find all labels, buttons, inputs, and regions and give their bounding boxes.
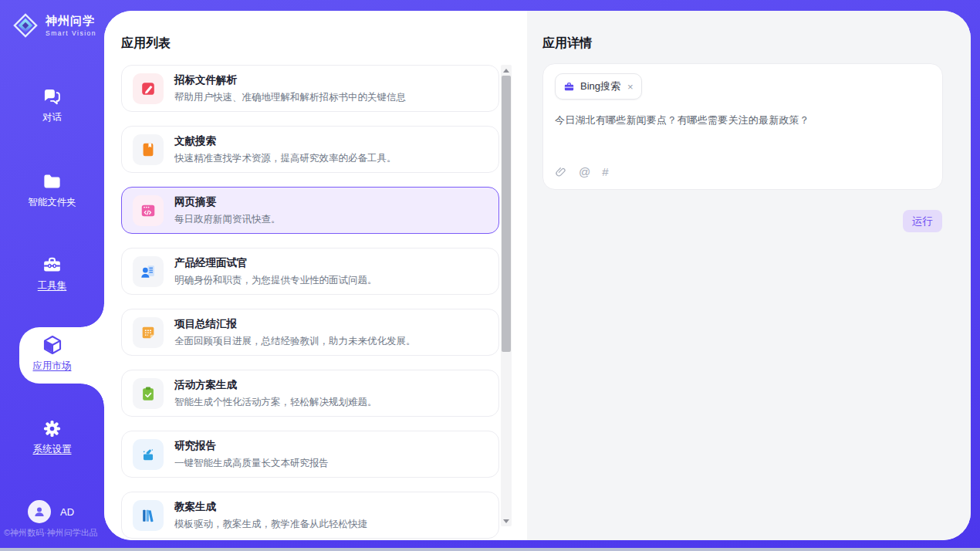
scroll-up-arrow-icon[interactable]: [501, 65, 512, 76]
sidebar-item-label: 智能文件夹: [28, 196, 76, 209]
app-description: 全面回顾项目进展，总结经验教训，助力未来优化发展。: [174, 335, 416, 348]
gear-icon: [42, 418, 63, 439]
list-item-bid-parse[interactable]: 招标文件解析 帮助用户快速、准确地理解和解析招标书中的关键信息: [121, 65, 499, 112]
tool-chip-label: Bing搜索: [580, 79, 620, 93]
app-description: 每日政府新闻资讯快查。: [174, 213, 281, 226]
app-name: 教案生成: [174, 500, 367, 514]
copyright-footer: ©神州数码·神州问学出品: [4, 527, 98, 539]
sidebar-item-label: 系统设置: [33, 443, 72, 456]
app-icon-tile: [133, 317, 164, 348]
sidebar: 神州问学 Smart Vision 对话 智能文件夹: [0, 0, 104, 551]
app-list-title: 应用列表: [121, 35, 171, 52]
app-icon-tile: [133, 500, 164, 531]
list-item-lesson-plan[interactable]: 教案生成 模板驱动，教案生成，教学准备从此轻松快捷: [121, 492, 499, 539]
app-description: 帮助用户快速、准确地理解和解析招标书中的关键信息: [174, 91, 406, 104]
app-name: 产品经理面试官: [174, 256, 377, 270]
app-icon-tile: [133, 134, 164, 165]
app-name: 研究报告: [174, 439, 329, 453]
brand-name: 神州问学: [46, 14, 96, 29]
sidebar-item-toolset[interactable]: 工具集: [0, 255, 104, 292]
at-icon[interactable]: @: [579, 165, 590, 178]
paperclip-icon[interactable]: [555, 166, 567, 178]
app-icon-tile: [133, 439, 164, 470]
app-list: 招标文件解析 帮助用户快速、准确地理解和解析招标书中的关键信息 文献搜索 快速精…: [121, 65, 499, 540]
screen-bottom-edge: [0, 548, 980, 551]
list-item-project-summary[interactable]: 项目总结汇报 全面回顾项目进展，总结经验教训，助力未来优化发展。: [121, 309, 499, 356]
user-initials: AD: [60, 506, 74, 518]
app-name: 招标文件解析: [174, 73, 406, 87]
app-name: 活动方案生成: [174, 378, 377, 392]
run-button[interactable]: 运行: [903, 210, 942, 232]
app-icon-tile: [133, 378, 164, 409]
app-name: 网页摘要: [174, 195, 281, 209]
prompt-toolbar: @ #: [555, 165, 609, 178]
hash-icon[interactable]: #: [602, 165, 608, 178]
briefcase-icon: [563, 81, 575, 93]
diamond-logo-icon: [11, 11, 40, 40]
person-icon: [32, 505, 46, 519]
sidebar-item-smart-folder[interactable]: 智能文件夹: [0, 171, 104, 209]
sidebar-item-chat[interactable]: 对话: [0, 86, 104, 124]
list-scrollbar[interactable]: [501, 65, 512, 526]
folder-icon: [42, 171, 63, 192]
sidebar-item-label: 对话: [42, 111, 62, 124]
app-description: 一键智能生成高质量长文本研究报告: [174, 457, 329, 470]
main-container: 应用列表 招标文件解析 帮助用户快速、准确地理解和解析招标书中的关键信息: [104, 11, 971, 540]
app-description: 智能生成个性化活动方案，轻松解决规划难题。: [174, 396, 377, 409]
close-icon[interactable]: ×: [627, 82, 634, 92]
brand-logo: 神州问学 Smart Vision: [11, 11, 96, 40]
clipboard-icon: [140, 385, 157, 402]
app-description: 明确身份和职责，为您提供专业性的面试问题。: [174, 274, 377, 287]
brand-subtitle: Smart Vision: [46, 29, 96, 37]
app-description: 快速精准查找学术资源，提高研究效率的必备工具。: [174, 152, 397, 165]
sidebar-item-label: 应用市场: [33, 360, 72, 373]
app-name: 文献搜索: [174, 134, 397, 148]
app-description: 模板驱动，教案生成，教学准备从此轻松快捷: [174, 518, 367, 531]
sidebar-item-label: 工具集: [38, 279, 67, 292]
user-account[interactable]: AD: [28, 500, 74, 523]
prompt-input[interactable]: Bing搜索 × 今日湖北有哪些新闻要点？有哪些需要关注的最新政策？ @ #: [542, 63, 943, 190]
list-item-pm-interviewer[interactable]: 产品经理面试官 明确身份和职责，为您提供专业性的面试问题。: [121, 248, 499, 295]
ink-icon: [140, 446, 157, 463]
query-text[interactable]: 今日湖北有哪些新闻要点？有哪些需要关注的最新政策？: [555, 113, 931, 127]
sidebar-item-app-market[interactable]: 应用市场: [0, 334, 104, 373]
chat-icon: [42, 86, 63, 107]
list-item-research-report[interactable]: 研究报告 一键智能生成高质量长文本研究报告: [121, 431, 499, 478]
avatar: [28, 500, 51, 523]
interviewer-icon: [140, 263, 157, 280]
tool-chip-bing-search[interactable]: Bing搜索 ×: [555, 73, 642, 100]
app-list-panel: 应用列表 招标文件解析 帮助用户快速、准确地理解和解析招标书中的关键信息: [104, 11, 527, 540]
book-icon: [140, 141, 157, 158]
list-item-event-plan[interactable]: 活动方案生成 智能生成个性化活动方案，轻松解决规划难题。: [121, 370, 499, 417]
app-detail-panel: 应用详情 Bing搜索 × 今日湖北有哪些新闻要点？有哪些需要关注的最新政策？: [527, 11, 971, 540]
app-icon-tile: [133, 256, 164, 287]
list-item-literature-search[interactable]: 文献搜索 快速精准查找学术资源，提高研究效率的必备工具。: [121, 126, 499, 173]
books-icon: [140, 507, 157, 524]
app-icon-tile: [133, 195, 164, 226]
sidebar-item-settings[interactable]: 系统设置: [0, 418, 104, 456]
toolbox-icon: [42, 255, 63, 276]
app-detail-title: 应用详情: [542, 35, 592, 52]
browser-icon: [140, 202, 157, 219]
app-name: 项目总结汇报: [174, 317, 416, 331]
scrollbar-thumb[interactable]: [502, 76, 511, 352]
edit-document-icon: [140, 80, 157, 97]
app-icon-tile: [133, 73, 164, 104]
scroll-down-arrow-icon[interactable]: [501, 516, 512, 526]
cube-icon: [42, 334, 63, 356]
note-icon: [140, 324, 157, 341]
list-item-web-summary[interactable]: 网页摘要 每日政府新闻资讯快查。: [121, 187, 499, 234]
